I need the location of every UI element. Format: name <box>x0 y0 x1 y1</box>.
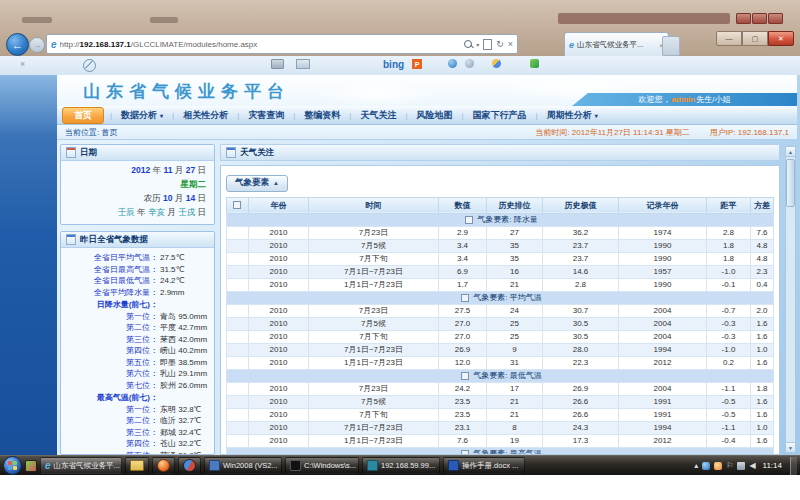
network-icon[interactable] <box>737 462 745 470</box>
table-cell: 7月下旬 <box>309 252 439 265</box>
task-button-ie[interactable]: e 山东省气候业务平... <box>40 457 122 474</box>
close-button[interactable]: ✕ <box>768 31 794 46</box>
element-group-row[interactable]: 气象要素: 最高气温 <box>227 447 774 455</box>
menu-item-2[interactable]: 数据分析▾ <box>113 108 171 123</box>
yesterday-panel-title: 昨日全省气象数据 <box>80 234 148 246</box>
menu-item-4[interactable]: 灾害查询 <box>240 108 292 123</box>
expand-checkbox[interactable] <box>461 372 469 380</box>
menu-item-1[interactable]: 首页 <box>62 107 104 124</box>
main-content: 天气关注 气象要素 ▲ 年份时间数值历史排位历史极值记录年份距平方 <box>220 144 780 455</box>
row-select-cell <box>227 304 249 317</box>
scroll-up-arrow[interactable]: ▲ <box>786 147 795 157</box>
calendar-line: 2012 年 11 月 27 日 <box>65 165 206 177</box>
bing-badge-icon[interactable]: P <box>412 59 422 69</box>
table-cell: 26.6 <box>543 395 619 408</box>
select-all-checkbox[interactable] <box>233 201 241 209</box>
volume-icon[interactable]: ◀ <box>749 462 755 470</box>
yesterday-weather-panel: 昨日全省气象数据 全省日平均气温：27.5℃全省日最高气温：31.5℃全省日最低… <box>60 231 215 455</box>
mail-icon[interactable] <box>296 59 310 69</box>
show-desktop-button[interactable] <box>790 457 797 475</box>
screen: ← → e http://192.168.137.1/GLCCLIMATE/mo… <box>0 0 800 500</box>
tray-expand-icon[interactable]: ▴ <box>694 462 698 470</box>
page-scrollbar[interactable]: ▲ ▼ <box>785 146 796 453</box>
weather-focus-body: 气象要素 ▲ 年份时间数值历史排位历史极值记录年份距平方差 气象要素: 降水量2… <box>220 165 780 455</box>
new-tab-button[interactable] <box>662 36 680 56</box>
menu-separator: | <box>110 111 112 120</box>
table-cell: 2010 <box>249 356 309 369</box>
table-cell: 1994 <box>619 421 707 434</box>
pinned-app-icon[interactable] <box>25 460 37 472</box>
calendar-line: 星期二 <box>65 179 206 191</box>
menu-item-7[interactable]: 风险地图 <box>408 108 460 123</box>
maximize-button[interactable]: ▢ <box>742 31 768 46</box>
blocked-content-icon[interactable] <box>83 59 96 72</box>
dropdown-caret-icon[interactable]: ▾ <box>476 41 479 48</box>
back-button[interactable]: ← <box>6 33 29 56</box>
welcome-text: 先生/小姐 <box>696 94 730 105</box>
menu-item-3[interactable]: 相关性分析 <box>175 108 236 123</box>
table-cell: -0.5 <box>707 408 751 421</box>
element-group-row[interactable]: 气象要素: 降水量 <box>227 213 774 226</box>
refresh-icon[interactable]: ↻ <box>496 39 504 49</box>
browser-tab[interactable]: e 山东省气候业务平... × <box>564 32 669 57</box>
forward-button[interactable]: → <box>29 37 45 53</box>
user-ip-text: 用户IP: 192.168.137.1 <box>710 127 789 138</box>
url-text[interactable]: http://192.168.137.1/GLCCLIMATE/modules/… <box>60 40 462 49</box>
taskbar-clock[interactable]: 11:14 <box>763 461 782 470</box>
rank-label: 第三位： <box>61 428 158 438</box>
menu-item-9[interactable]: 周期性分析▾ <box>539 108 606 123</box>
plugin-icon[interactable] <box>530 59 539 68</box>
scrollbar-thumb[interactable] <box>786 159 795 207</box>
camera-icon[interactable] <box>271 59 284 69</box>
rank-label: 第一位： <box>61 405 158 415</box>
rank-value: 崂山 40.2mm <box>160 346 207 356</box>
tab-title[interactable]: 山东省气候业务平... <box>577 40 656 50</box>
tray-weather-icon[interactable] <box>714 462 722 470</box>
folder-icon <box>130 460 144 471</box>
tray-network-app-icon[interactable] <box>702 462 710 470</box>
task-button-vm[interactable]: Win2008 (VS2... <box>204 457 282 474</box>
element-group-row[interactable]: 气象要素: 平均气温 <box>227 291 774 304</box>
element-group-row[interactable]: 气象要素: 最低气温 <box>227 369 774 382</box>
calendar-text: 星期二 <box>181 179 207 189</box>
rank-value: 即墨 38.5mm <box>160 358 207 368</box>
table-cell: 1.6 <box>751 395 774 408</box>
rank-value: 乳山 29.1mm <box>160 369 207 379</box>
action-center-flag-icon[interactable]: ⚐ <box>726 462 733 470</box>
calendar-text: 农历 <box>144 193 163 203</box>
toolbar-close-icon[interactable]: × <box>20 59 25 69</box>
task-button-remote[interactable]: 192.168.59.99... <box>362 457 440 474</box>
calendar-text: 月 <box>172 193 185 203</box>
minimize-button[interactable]: — <box>716 31 742 46</box>
expand-checkbox[interactable] <box>461 294 469 302</box>
address-bar[interactable]: e http://192.168.137.1/GLCCLIMATE/module… <box>46 34 518 54</box>
table-cell: 3.4 <box>439 252 487 265</box>
menu-item-6[interactable]: 天气关注 <box>352 108 404 123</box>
table-cell: 7月5候 <box>309 395 439 408</box>
photo-icon[interactable] <box>465 59 474 68</box>
table-cell: -0.3 <box>707 317 751 330</box>
task-button-app-orange[interactable] <box>152 457 175 474</box>
rank-section-header: 最高气温(前七)： <box>61 392 158 403</box>
task-button-word[interactable]: 操作手册.docx ... <box>443 457 525 474</box>
scroll-down-arrow[interactable]: ▼ <box>786 442 795 452</box>
task-button-cmd[interactable]: C:\Windows\s... <box>285 457 359 474</box>
messenger-icon[interactable] <box>448 59 457 68</box>
table-cell: 2010 <box>249 252 309 265</box>
menu-item-8[interactable]: 国家下行产品 <box>465 108 535 123</box>
menu-item-5[interactable]: 整编资料 <box>296 108 348 123</box>
task-button-explorer[interactable] <box>125 457 149 474</box>
calendar-line: 农历 10 月 14 日 <box>65 193 206 205</box>
window-controls: — ▢ ✕ <box>716 31 794 46</box>
bird-icon[interactable] <box>492 59 501 68</box>
stop-icon[interactable]: × <box>508 39 513 49</box>
table-cell: 30.7 <box>543 304 619 317</box>
element-filter-button[interactable]: 气象要素 ▲ <box>226 175 288 192</box>
expand-checkbox[interactable] <box>465 216 473 224</box>
ie-page-icon: e <box>51 39 57 50</box>
compatibility-view-icon[interactable] <box>483 39 492 50</box>
start-button[interactable] <box>3 456 22 475</box>
task-button-media[interactable] <box>178 457 201 474</box>
search-icon[interactable] <box>464 40 472 48</box>
bing-logo[interactable]: bing <box>383 59 404 70</box>
